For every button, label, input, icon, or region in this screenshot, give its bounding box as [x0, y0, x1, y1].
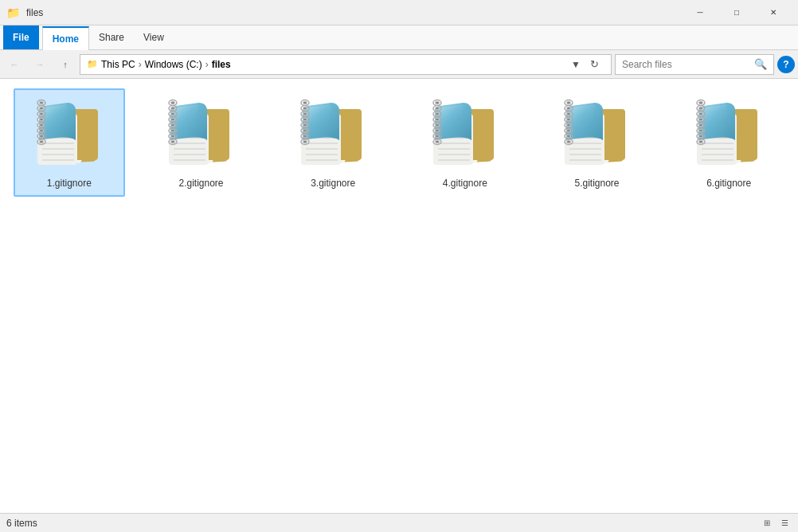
file-label: 3.gitignore — [311, 178, 355, 189]
maximize-button[interactable]: □ — [718, 0, 755, 25]
file-label: 2.gitignore — [178, 178, 223, 189]
svg-point-46 — [171, 102, 174, 104]
svg-point-160 — [567, 124, 570, 127]
svg-point-83 — [303, 108, 307, 110]
svg-point-126 — [436, 124, 439, 127]
svg-point-148 — [567, 102, 570, 104]
ribbon: File Home Share View — [0, 25, 798, 50]
svg-point-80 — [303, 102, 307, 104]
svg-point-132 — [436, 135, 439, 138]
address-dropdown-icon[interactable]: ▼ — [571, 59, 581, 70]
svg-point-52 — [171, 113, 174, 115]
file-item[interactable]: 3.gitignore — [277, 88, 389, 197]
minimize-button[interactable]: ─ — [682, 0, 718, 25]
svg-point-95 — [303, 130, 307, 132]
details-view-button[interactable]: ☰ — [777, 516, 792, 530]
view-buttons: ⊞ ☰ — [760, 516, 792, 530]
svg-point-89 — [303, 119, 307, 121]
file-icon — [162, 96, 239, 173]
tab-file[interactable]: File — [3, 25, 39, 49]
item-count: 6 items — [6, 518, 37, 529]
svg-point-61 — [171, 130, 174, 132]
file-label: 6.gitignore — [706, 178, 751, 189]
tab-view[interactable]: View — [134, 25, 174, 49]
svg-point-123 — [436, 119, 439, 121]
file-icon — [427, 96, 503, 173]
search-icon: 🔍 — [754, 58, 767, 70]
svg-point-117 — [436, 108, 439, 110]
svg-point-27 — [40, 130, 43, 132]
search-bar[interactable]: 🔍 — [615, 54, 774, 75]
svg-point-30 — [40, 135, 43, 138]
svg-point-188 — [699, 113, 702, 115]
file-item[interactable]: 2.gitignore — [145, 88, 256, 197]
svg-point-157 — [567, 119, 570, 121]
search-input[interactable] — [622, 59, 751, 70]
svg-point-114 — [436, 102, 439, 104]
svg-point-55 — [171, 119, 174, 121]
refresh-button[interactable]: ↻ — [584, 54, 604, 75]
title-bar-text: files — [26, 7, 43, 18]
svg-point-49 — [171, 108, 174, 110]
tab-share[interactable]: Share — [89, 25, 134, 49]
navigation-bar: ← → ↑ 📁 This PC › Windows (C:) › files ▼… — [0, 50, 798, 79]
svg-point-129 — [436, 130, 439, 132]
file-item[interactable]: 4.gitignore — [409, 88, 521, 197]
svg-point-135 — [436, 141, 439, 143]
address-bar[interactable]: 📁 This PC › Windows (C:) › files ▼ ↻ — [80, 54, 612, 75]
svg-point-185 — [699, 108, 702, 110]
tab-home[interactable]: Home — [42, 26, 89, 50]
svg-point-154 — [567, 113, 570, 115]
title-bar: 📁 files ─ □ ✕ — [0, 0, 798, 25]
title-bar-icon: 📁 — [6, 6, 20, 19]
file-icon — [558, 96, 635, 173]
close-button[interactable]: ✕ — [755, 0, 792, 25]
svg-point-24 — [40, 124, 43, 127]
file-item[interactable]: 5.gitignore — [541, 88, 652, 197]
status-bar: 6 items ⊞ ☰ — [0, 513, 798, 532]
breadcrumb-files[interactable]: files — [212, 59, 231, 70]
svg-point-101 — [303, 141, 307, 143]
file-item[interactable]: 6.gitignore — [673, 88, 784, 197]
svg-point-92 — [303, 124, 307, 127]
breadcrumb-windowsc[interactable]: Windows (C:) — [145, 59, 202, 70]
file-label: 5.gitignore — [574, 178, 619, 189]
explorer-content: 1.gitignore — [0, 79, 798, 513]
file-icon — [295, 96, 371, 173]
svg-point-86 — [303, 113, 307, 115]
svg-point-58 — [171, 124, 174, 127]
up-button[interactable]: ↑ — [54, 53, 76, 76]
help-button[interactable]: ? — [777, 56, 795, 73]
breadcrumb: This PC › Windows (C:) › files — [101, 59, 231, 70]
svg-point-12 — [40, 102, 43, 104]
large-icons-view-button[interactable]: ⊞ — [760, 516, 774, 530]
file-icon — [690, 96, 767, 173]
svg-point-98 — [303, 135, 307, 138]
svg-point-200 — [699, 135, 702, 138]
address-icon: 📁 — [87, 59, 98, 69]
svg-point-169 — [567, 141, 570, 143]
svg-point-203 — [699, 141, 702, 143]
svg-point-182 — [699, 102, 702, 104]
ribbon-tabs: File Home Share View — [0, 25, 798, 49]
svg-point-67 — [171, 141, 174, 143]
svg-point-15 — [40, 108, 43, 110]
svg-point-194 — [699, 124, 702, 127]
svg-point-18 — [40, 113, 43, 115]
svg-point-191 — [699, 119, 702, 121]
svg-point-166 — [567, 135, 570, 138]
svg-point-64 — [171, 135, 174, 138]
svg-point-163 — [567, 130, 570, 132]
forward-button[interactable]: → — [29, 53, 51, 76]
svg-point-120 — [436, 113, 439, 115]
file-item[interactable]: 1.gitignore — [14, 88, 125, 197]
svg-point-33 — [40, 141, 43, 143]
file-icon — [31, 96, 108, 173]
svg-point-197 — [699, 130, 702, 132]
breadcrumb-thispc[interactable]: This PC — [101, 59, 135, 70]
file-label: 1.gitignore — [47, 178, 92, 189]
back-button[interactable]: ← — [3, 53, 25, 76]
file-label: 4.gitignore — [443, 178, 487, 189]
svg-point-21 — [40, 119, 43, 121]
svg-point-151 — [567, 108, 570, 110]
